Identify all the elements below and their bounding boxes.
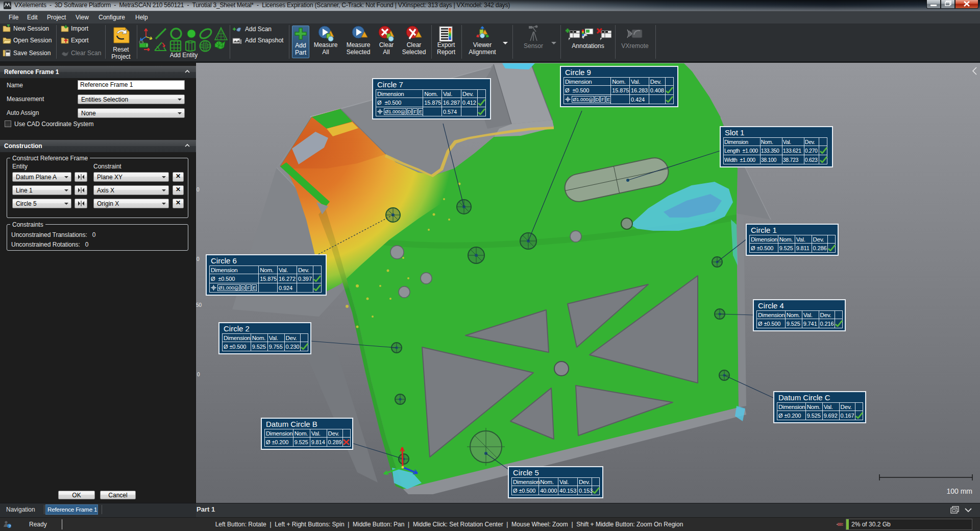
svg-text:50: 50: [196, 302, 202, 308]
svg-text:0: 0: [197, 256, 200, 262]
svg-text:0: 0: [197, 372, 200, 377]
svg-text:100 mm: 100 mm: [946, 487, 972, 495]
svg-text:M: M: [235, 287, 238, 290]
svg-text:M: M: [590, 99, 592, 102]
svg-text:M: M: [402, 111, 404, 114]
svg-text:CYL: CYL: [140, 41, 144, 43]
svg-text:0: 0: [197, 187, 200, 192]
